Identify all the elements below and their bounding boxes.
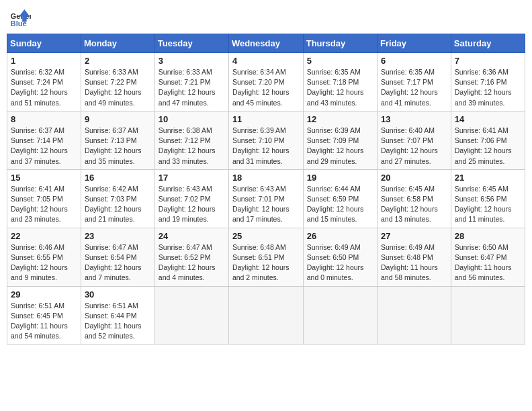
calendar-cell: 21Sunrise: 6:45 AMSunset: 6:56 PMDayligh… (451, 169, 525, 228)
calendar-cell: 14Sunrise: 6:41 AMSunset: 7:06 PMDayligh… (451, 111, 525, 169)
weekday-header-saturday: Saturday (451, 34, 525, 53)
day-info: Sunrise: 6:34 AMSunset: 7:20 PMDaylight:… (232, 67, 300, 108)
calendar-cell: 8Sunrise: 6:37 AMSunset: 7:14 PMDaylight… (7, 111, 81, 169)
calendar-week-4: 22Sunrise: 6:46 AMSunset: 6:55 PMDayligh… (7, 228, 525, 286)
calendar-cell: 1Sunrise: 6:32 AMSunset: 7:24 PMDaylight… (7, 53, 81, 111)
day-info: Sunrise: 6:39 AMSunset: 7:10 PMDaylight:… (232, 126, 300, 167)
day-info: Sunrise: 6:51 AMSunset: 6:45 PMDaylight:… (11, 301, 77, 342)
weekday-header-thursday: Thursday (303, 34, 377, 53)
day-number: 24 (159, 231, 225, 241)
day-number: 3 (159, 56, 225, 66)
calendar-cell: 30Sunrise: 6:51 AMSunset: 6:44 PMDayligh… (81, 286, 154, 345)
day-number: 17 (159, 173, 225, 183)
day-info: Sunrise: 6:33 AMSunset: 7:22 PMDaylight:… (85, 67, 151, 108)
day-number: 9 (85, 114, 151, 124)
calendar-cell: 27Sunrise: 6:49 AMSunset: 6:48 PMDayligh… (378, 228, 451, 286)
calendar-cell: 23Sunrise: 6:47 AMSunset: 6:54 PMDayligh… (81, 228, 154, 286)
day-info: Sunrise: 6:33 AMSunset: 7:21 PMDaylight:… (159, 67, 225, 108)
day-number: 22 (11, 231, 77, 241)
day-number: 6 (381, 56, 447, 66)
weekday-header-friday: Friday (378, 34, 451, 53)
day-info: Sunrise: 6:45 AMSunset: 6:56 PMDaylight:… (455, 184, 521, 225)
logo: General Blue (9, 7, 31, 28)
calendar-cell: 7Sunrise: 6:36 AMSunset: 7:16 PMDaylight… (451, 53, 525, 111)
day-number: 14 (455, 114, 521, 124)
weekday-header-tuesday: Tuesday (154, 34, 228, 53)
calendar-cell: 11Sunrise: 6:39 AMSunset: 7:10 PMDayligh… (228, 111, 303, 169)
day-info: Sunrise: 6:50 AMSunset: 6:47 PMDaylight:… (455, 242, 521, 283)
day-number: 2 (85, 56, 151, 66)
calendar-cell: 29Sunrise: 6:51 AMSunset: 6:45 PMDayligh… (7, 286, 81, 345)
day-info: Sunrise: 6:45 AMSunset: 6:58 PMDaylight:… (381, 184, 447, 225)
day-info: Sunrise: 6:36 AMSunset: 7:16 PMDaylight:… (455, 67, 521, 108)
calendar-cell: 5Sunrise: 6:35 AMSunset: 7:18 PMDaylight… (303, 53, 377, 111)
day-info: Sunrise: 6:35 AMSunset: 7:18 PMDaylight:… (307, 67, 373, 108)
day-number: 4 (232, 56, 300, 66)
day-number: 23 (85, 231, 151, 241)
calendar-cell: 9Sunrise: 6:37 AMSunset: 7:13 PMDaylight… (81, 111, 154, 169)
day-number: 21 (455, 173, 521, 183)
calendar-header-row: SundayMondayTuesdayWednesdayThursdayFrid… (7, 34, 525, 53)
weekday-header-monday: Monday (81, 34, 154, 53)
weekday-header-wednesday: Wednesday (228, 34, 303, 53)
day-number: 18 (232, 173, 300, 183)
day-number: 12 (307, 114, 373, 124)
logo-icon: General Blue (9, 7, 31, 28)
calendar-cell: 16Sunrise: 6:42 AMSunset: 7:03 PMDayligh… (81, 169, 154, 228)
day-info: Sunrise: 6:32 AMSunset: 7:24 PMDaylight:… (11, 67, 77, 108)
day-number: 27 (381, 231, 447, 241)
calendar-cell (303, 286, 377, 345)
day-info: Sunrise: 6:41 AMSunset: 7:06 PMDaylight:… (455, 126, 521, 167)
calendar-cell (228, 286, 303, 345)
calendar: SundayMondayTuesdayWednesdayThursdayFrid… (7, 34, 525, 345)
day-info: Sunrise: 6:41 AMSunset: 7:05 PMDaylight:… (11, 184, 77, 225)
day-number: 8 (11, 114, 77, 124)
day-info: Sunrise: 6:39 AMSunset: 7:09 PMDaylight:… (307, 126, 373, 167)
day-info: Sunrise: 6:37 AMSunset: 7:13 PMDaylight:… (85, 126, 151, 167)
calendar-cell: 12Sunrise: 6:39 AMSunset: 7:09 PMDayligh… (303, 111, 377, 169)
calendar-cell: 10Sunrise: 6:38 AMSunset: 7:12 PMDayligh… (154, 111, 228, 169)
calendar-cell: 6Sunrise: 6:35 AMSunset: 7:17 PMDaylight… (378, 53, 451, 111)
day-number: 29 (11, 289, 77, 300)
calendar-week-3: 15Sunrise: 6:41 AMSunset: 7:05 PMDayligh… (7, 169, 525, 228)
calendar-cell: 28Sunrise: 6:50 AMSunset: 6:47 PMDayligh… (451, 228, 525, 286)
calendar-week-5: 29Sunrise: 6:51 AMSunset: 6:45 PMDayligh… (7, 286, 525, 345)
calendar-cell (154, 286, 228, 345)
day-info: Sunrise: 6:51 AMSunset: 6:44 PMDaylight:… (85, 301, 151, 342)
day-number: 1 (11, 56, 77, 66)
day-number: 7 (455, 56, 521, 66)
day-info: Sunrise: 6:35 AMSunset: 7:17 PMDaylight:… (381, 67, 447, 108)
day-number: 16 (85, 173, 151, 183)
day-info: Sunrise: 6:43 AMSunset: 7:02 PMDaylight:… (159, 184, 225, 225)
calendar-week-1: 1Sunrise: 6:32 AMSunset: 7:24 PMDaylight… (7, 53, 525, 111)
day-info: Sunrise: 6:46 AMSunset: 6:55 PMDaylight:… (11, 242, 77, 283)
calendar-cell (451, 286, 525, 345)
calendar-cell: 20Sunrise: 6:45 AMSunset: 6:58 PMDayligh… (378, 169, 451, 228)
day-info: Sunrise: 6:37 AMSunset: 7:14 PMDaylight:… (11, 126, 77, 167)
calendar-cell: 2Sunrise: 6:33 AMSunset: 7:22 PMDaylight… (81, 53, 154, 111)
day-info: Sunrise: 6:43 AMSunset: 7:01 PMDaylight:… (232, 184, 300, 225)
day-info: Sunrise: 6:47 AMSunset: 6:54 PMDaylight:… (85, 242, 151, 283)
day-info: Sunrise: 6:38 AMSunset: 7:12 PMDaylight:… (159, 126, 225, 167)
calendar-cell: 4Sunrise: 6:34 AMSunset: 7:20 PMDaylight… (228, 53, 303, 111)
day-number: 19 (307, 173, 373, 183)
calendar-cell: 15Sunrise: 6:41 AMSunset: 7:05 PMDayligh… (7, 169, 81, 228)
calendar-cell: 3Sunrise: 6:33 AMSunset: 7:21 PMDaylight… (154, 53, 228, 111)
calendar-week-2: 8Sunrise: 6:37 AMSunset: 7:14 PMDaylight… (7, 111, 525, 169)
day-info: Sunrise: 6:49 AMSunset: 6:50 PMDaylight:… (307, 242, 373, 283)
day-info: Sunrise: 6:42 AMSunset: 7:03 PMDaylight:… (85, 184, 151, 225)
day-number: 10 (159, 114, 225, 124)
calendar-cell: 26Sunrise: 6:49 AMSunset: 6:50 PMDayligh… (303, 228, 377, 286)
day-number: 11 (232, 114, 300, 124)
day-info: Sunrise: 6:44 AMSunset: 6:59 PMDaylight:… (307, 184, 373, 225)
day-info: Sunrise: 6:40 AMSunset: 7:07 PMDaylight:… (381, 126, 447, 167)
calendar-cell: 25Sunrise: 6:48 AMSunset: 6:51 PMDayligh… (228, 228, 303, 286)
day-number: 13 (381, 114, 447, 124)
day-number: 30 (85, 289, 151, 300)
calendar-body: 1Sunrise: 6:32 AMSunset: 7:24 PMDaylight… (7, 53, 525, 345)
day-number: 15 (11, 173, 77, 183)
calendar-cell: 19Sunrise: 6:44 AMSunset: 6:59 PMDayligh… (303, 169, 377, 228)
calendar-cell: 18Sunrise: 6:43 AMSunset: 7:01 PMDayligh… (228, 169, 303, 228)
day-number: 26 (307, 231, 373, 241)
calendar-cell: 17Sunrise: 6:43 AMSunset: 7:02 PMDayligh… (154, 169, 228, 228)
